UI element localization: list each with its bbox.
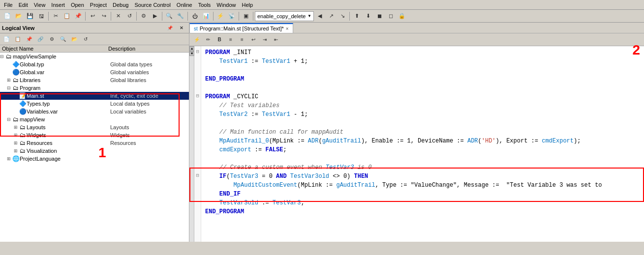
format-btn7[interactable]: ⇥ xyxy=(259,35,270,45)
sidebar-btn5[interactable]: ⚙ xyxy=(46,34,57,44)
tree-item-program[interactable]: ⊟🗂Program xyxy=(0,84,189,92)
undo-button[interactable]: ↩ xyxy=(87,11,98,21)
cut-button[interactable]: ✂ xyxy=(50,11,61,21)
tree-item-mappviewsample[interactable]: ⊟🗂mappViewSample xyxy=(0,53,189,60)
menu-item-debug[interactable]: Debug xyxy=(110,1,131,8)
search-button[interactable]: 🔍 xyxy=(164,11,175,21)
extra-btn5[interactable]: 🔒 xyxy=(397,11,407,21)
status-button[interactable]: 📊 xyxy=(201,11,212,21)
fold-marker-14[interactable]: ⊟ xyxy=(194,172,201,181)
dropdown-btn2[interactable]: ↗ xyxy=(326,11,337,21)
tools-button[interactable]: 🔧 xyxy=(175,11,186,21)
power-button[interactable]: ⏻ xyxy=(189,11,200,21)
extra-btn1[interactable]: ⬆ xyxy=(351,11,362,21)
toolbar-sep-6 xyxy=(187,12,188,21)
tree-toggle-mappViewSample[interactable]: ⊟ xyxy=(0,54,5,59)
sidebar-btn3[interactable]: 📌 xyxy=(24,34,34,44)
tree-desc: Global libraries xyxy=(110,77,189,83)
refresh-button[interactable]: ↺ xyxy=(124,11,135,21)
tree-item-libraries[interactable]: ⊞🗂LibrariesGlobal libraries xyxy=(0,76,189,84)
tree-toggle-Libraries[interactable]: ⊞ xyxy=(7,78,12,83)
tree-toggle-Resources[interactable]: ⊞ xyxy=(14,141,19,145)
sidebar-btn2[interactable]: 📋 xyxy=(12,34,23,44)
sidebar-pin-button[interactable]: 📌 xyxy=(164,23,175,33)
tab-close-button[interactable]: × xyxy=(286,26,289,31)
extra-btn3[interactable]: ◼ xyxy=(374,11,385,21)
tree-item-layouts[interactable]: ⊞🗂LayoutsLayouts xyxy=(0,123,189,131)
menu-item-open[interactable]: Open xyxy=(68,1,87,8)
tree-toggle-Visualization[interactable]: ⊞ xyxy=(14,148,19,153)
tree-item-main-st[interactable]: 📝Main.stInit, cyclic, exit code xyxy=(0,92,189,100)
menu-item-file[interactable]: File xyxy=(1,1,16,8)
tree-item-projectlanguage[interactable]: ⊞🌐ProjectLanguage xyxy=(0,155,189,163)
tree-toggle-Layouts[interactable]: ⊞ xyxy=(14,125,19,130)
build-button[interactable]: ⚙ xyxy=(138,11,149,21)
save-button[interactable]: 💾 xyxy=(25,11,35,21)
config2-button[interactable]: 📡 xyxy=(226,11,237,21)
fold-marker-5[interactable]: ⊟ xyxy=(194,92,201,101)
tree-toggle-mappView[interactable]: ⊟ xyxy=(7,117,12,122)
window1-button[interactable]: ▣ xyxy=(241,11,251,21)
format-btn8[interactable]: ⇤ xyxy=(271,35,281,45)
scroll-down-arrow[interactable]: ▼ xyxy=(189,51,194,56)
menu-item-source-control[interactable]: Source Control xyxy=(131,1,173,8)
tab-main-st[interactable]: st Program::Main.st [Structured Text]* × xyxy=(189,23,293,33)
paste-button[interactable]: 📌 xyxy=(73,11,84,21)
tree-item-global-typ[interactable]: 🔷Global.typGlobal data types xyxy=(0,60,189,68)
redo-button[interactable]: ↪ xyxy=(98,11,109,21)
tree-item-mappview[interactable]: ⊟🗂mappView xyxy=(0,115,189,123)
menu-item-insert[interactable]: Insert xyxy=(48,1,68,8)
copy-button[interactable]: 📋 xyxy=(61,11,72,21)
config1-button[interactable]: ⚡ xyxy=(215,11,226,21)
sidebar-btn1[interactable]: 📄 xyxy=(1,34,12,44)
menu-item-window[interactable]: Window xyxy=(214,1,239,8)
format-btn6[interactable]: ↩ xyxy=(248,35,259,45)
menu-item-online[interactable]: Online xyxy=(174,1,195,8)
format-btn4[interactable]: ≡ xyxy=(225,35,236,45)
tree-item-resources[interactable]: ⊞🗂ResourcesResources xyxy=(0,139,189,147)
fold-marker-6 xyxy=(194,101,201,110)
dropdown-btn1[interactable]: ◀ xyxy=(314,11,325,21)
menu-item-project[interactable]: Project xyxy=(87,1,110,8)
tree-item-types-typ[interactable]: 🔷Types.typLocal data types xyxy=(0,100,189,108)
tree-item-global-var[interactable]: 🔵Global.varGlobal variables xyxy=(0,68,189,76)
sidebar-close-button[interactable]: ✕ xyxy=(176,23,187,33)
extra-btn2[interactable]: ⬇ xyxy=(363,11,373,21)
fold-marker-0[interactable]: ⊟ xyxy=(194,48,201,57)
scroll-up-arrow[interactable]: ▲ xyxy=(189,46,194,51)
tree-item-widgets[interactable]: ⊞🗂WidgetsWidgets xyxy=(0,131,189,139)
menu-item-tools[interactable]: Tools xyxy=(195,1,214,8)
config-dropdown[interactable]: enable_copy_delete ▼ xyxy=(255,11,314,21)
save-all-button[interactable]: 🖫 xyxy=(36,11,47,21)
menu-item-help[interactable]: Help xyxy=(239,1,256,8)
extra-btn4[interactable]: ◻ xyxy=(385,11,396,21)
run-button[interactable]: ▶ xyxy=(150,11,160,21)
code-content[interactable]: PROGRAM _INIT TestVar1 := TestVar1 + 1; … xyxy=(201,46,644,242)
code-line-11: cmdExport := FALSE; xyxy=(205,145,640,154)
tree-item-variables-var[interactable]: 🔵Variables.varLocal variables xyxy=(0,108,189,115)
delete-button[interactable]: ✕ xyxy=(113,11,123,21)
format-btn3[interactable]: B xyxy=(214,35,225,45)
sidebar-btn7[interactable]: 📂 xyxy=(69,34,80,44)
open-button[interactable]: 📂 xyxy=(13,11,24,21)
sidebar-btn6[interactable]: 🔍 xyxy=(58,34,68,44)
new-button[interactable]: 📄 xyxy=(2,11,13,21)
tree-toggle-Program[interactable]: ⊟ xyxy=(7,85,12,90)
scroll-gutter[interactable]: ▲ ▼ xyxy=(189,46,194,242)
menu-item-view[interactable]: View xyxy=(31,1,49,8)
dropdown-btn3[interactable]: ↘ xyxy=(337,11,348,21)
sidebar-btn4[interactable]: 🔗 xyxy=(35,34,46,44)
tree-toggle-ProjectLanguage[interactable]: ⊞ xyxy=(7,156,12,161)
fold-marker-15 xyxy=(194,181,201,190)
format-btn2[interactable]: ✏ xyxy=(203,35,214,45)
menu-item-edit[interactable]: Edit xyxy=(16,1,31,8)
format-btn5[interactable]: ≡ xyxy=(237,35,247,45)
tree-label: Visualization xyxy=(27,148,110,154)
code-line-7: TestVar2 := TestVar1 - 1; xyxy=(205,110,640,119)
tree-toggle-Widgets[interactable]: ⊞ xyxy=(14,133,19,138)
format-btn1[interactable]: ⚡ xyxy=(191,35,202,45)
code-pane[interactable]: ▲ ▼ ⊟⊟⊟ PROGRAM _INIT TestVar1 := TestVa… xyxy=(189,46,644,242)
sidebar-btn8[interactable]: ↺ xyxy=(80,34,91,44)
sidebar-title: Logical View xyxy=(2,25,34,31)
tree-item-visualization[interactable]: ⊞🗂Visualization xyxy=(0,147,189,155)
